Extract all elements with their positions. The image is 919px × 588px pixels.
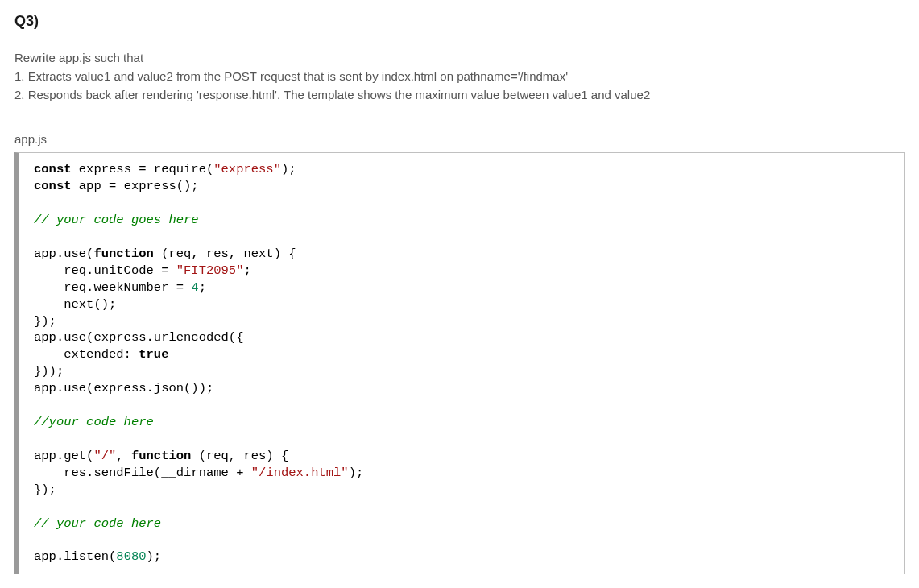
code-token: req.weekNumber = bbox=[34, 280, 191, 295]
code-comment: // your code goes here bbox=[34, 213, 199, 227]
code-token: app = express(); bbox=[72, 179, 199, 193]
instruction-item-2: 2. Responds back after rendering 'respon… bbox=[14, 86, 905, 104]
code-token: app.use(express.urlencoded({ bbox=[34, 330, 243, 345]
code-token: function bbox=[131, 449, 191, 463]
code-token: express = require( bbox=[72, 162, 214, 176]
code-token: })); bbox=[34, 364, 64, 379]
code-token: , bbox=[116, 449, 131, 463]
filename-label: app.js bbox=[14, 132, 905, 146]
code-token: app.use( bbox=[34, 246, 93, 261]
question-heading: Q3) bbox=[14, 13, 905, 30]
code-token: app.use(express.json()); bbox=[34, 381, 213, 395]
code-token: ; bbox=[243, 263, 250, 278]
code-token: app.listen( bbox=[34, 549, 116, 564]
code-token: ); bbox=[281, 162, 296, 176]
code-token: next(); bbox=[34, 297, 116, 312]
question-instructions: Rewrite app.js such that 1. Extracts val… bbox=[14, 49, 905, 103]
code-token: const bbox=[34, 162, 72, 176]
code-token: }); bbox=[34, 482, 56, 497]
code-token: true bbox=[139, 347, 168, 362]
code-token: app.get( bbox=[34, 449, 93, 463]
code-token: (req, res, next) { bbox=[154, 246, 296, 261]
code-comment: //your code here bbox=[34, 415, 154, 429]
code-comment: // your code here bbox=[34, 516, 161, 531]
code-token: }); bbox=[34, 314, 56, 329]
code-token: "FIT2095" bbox=[176, 263, 244, 278]
code-token: res.sendFile(__dirname + bbox=[34, 466, 251, 480]
code-token: "express" bbox=[213, 162, 281, 176]
code-token: ; bbox=[199, 280, 206, 295]
code-token: 4 bbox=[191, 280, 198, 295]
code-token: "/" bbox=[93, 449, 116, 463]
instruction-item-1: 1. Extracts value1 and value2 from the P… bbox=[14, 68, 905, 85]
code-token: ); bbox=[147, 549, 162, 564]
code-token: function bbox=[93, 246, 153, 261]
code-token: const bbox=[34, 179, 72, 193]
code-token: (req, res) { bbox=[191, 449, 288, 463]
instruction-intro: Rewrite app.js such that bbox=[14, 49, 905, 67]
code-token: ); bbox=[349, 466, 364, 480]
code-token: "/index.html" bbox=[251, 466, 349, 480]
code-block: const express = require("express"); cons… bbox=[14, 152, 905, 574]
code-token: extended: bbox=[34, 347, 139, 362]
code-token: req.unitCode = bbox=[34, 263, 176, 278]
code-token: 8080 bbox=[116, 549, 146, 564]
